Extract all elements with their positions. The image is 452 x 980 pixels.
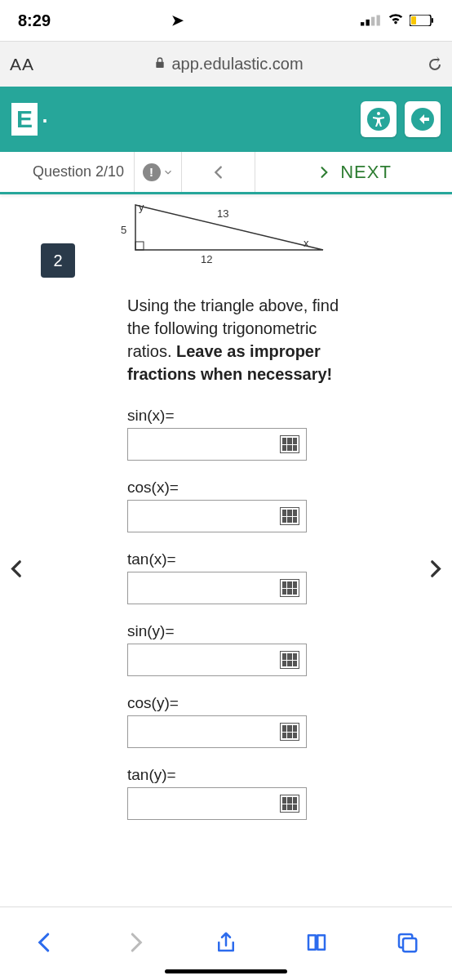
- reader-button[interactable]: AA: [10, 55, 34, 74]
- keypad-icon: [280, 507, 299, 525]
- keypad-icon: [280, 723, 299, 741]
- brand-logo: E ·: [11, 103, 49, 136]
- question-number-badge: 2: [41, 243, 75, 278]
- home-indicator[interactable]: [165, 969, 287, 973]
- status-bar: 8:29 ➤: [0, 0, 452, 41]
- side-5-label: 5: [121, 224, 126, 236]
- flag-dropdown[interactable]: !: [135, 152, 182, 192]
- angle-x-label: x: [304, 237, 309, 249]
- scroll-right-button[interactable]: [416, 546, 452, 595]
- back-button[interactable]: [405, 101, 441, 137]
- keypad-icon: [280, 651, 299, 669]
- next-label: NEXT: [340, 162, 392, 183]
- svg-rect-11: [403, 938, 416, 951]
- svg-rect-9: [135, 242, 144, 250]
- question-content: y 5 13 12 x 2 Using the triangle above, …: [0, 194, 452, 946]
- accessibility-button[interactable]: [361, 101, 397, 137]
- answer-group: sin(y)=: [127, 622, 419, 676]
- browser-forward-button: [123, 930, 148, 958]
- battery-icon: [410, 11, 434, 30]
- answer-label: sin(y)=: [127, 622, 419, 640]
- status-indicators: [361, 10, 434, 32]
- wifi-icon: [387, 10, 405, 32]
- answer-input-cosx[interactable]: [127, 500, 307, 532]
- answer-input-cosy[interactable]: [127, 715, 307, 748]
- answer-group: tan(x)=: [127, 550, 419, 604]
- angle-y-label: y: [139, 201, 144, 213]
- svg-rect-2: [371, 16, 374, 25]
- keypad-icon: [280, 795, 299, 813]
- browser-bookmarks-button[interactable]: [304, 930, 329, 958]
- location-arrow-icon: ➤: [171, 11, 184, 29]
- chevron-right-icon: [316, 164, 332, 180]
- answer-label: tan(x)=: [127, 550, 419, 568]
- side-13-label: 13: [217, 207, 228, 220]
- prev-question-button[interactable]: [182, 152, 255, 192]
- address-field[interactable]: app.edulastic.com: [44, 55, 413, 74]
- back-arrow-icon: [411, 108, 434, 131]
- next-question-button[interactable]: NEXT: [255, 152, 452, 192]
- answer-input-siny[interactable]: [127, 644, 307, 676]
- accessibility-icon: [367, 108, 390, 131]
- answer-input-tany[interactable]: [127, 787, 307, 820]
- keypad-icon: [280, 579, 299, 597]
- browser-url-bar: AA app.edulastic.com: [0, 41, 452, 87]
- exclamation-icon: !: [143, 163, 161, 181]
- chevron-down-icon: [162, 167, 174, 178]
- browser-tabs-button[interactable]: [395, 930, 419, 958]
- answer-label: cos(x)=: [127, 479, 419, 497]
- scroll-left-button[interactable]: [0, 546, 36, 595]
- svg-rect-0: [361, 22, 364, 25]
- status-time: 8:29: [18, 11, 51, 30]
- side-12-label: 12: [201, 253, 212, 265]
- answer-group: cos(x)=: [127, 479, 419, 532]
- svg-rect-5: [432, 18, 433, 23]
- answer-input-tanx[interactable]: [127, 572, 307, 604]
- address-text: app.edulastic.com: [171, 55, 303, 74]
- answer-group: tan(y)=: [127, 766, 419, 820]
- question-counter: Question 2/10: [0, 152, 135, 192]
- browser-back-button[interactable]: [33, 930, 57, 958]
- answer-label: tan(y)=: [127, 766, 419, 784]
- svg-marker-8: [135, 205, 323, 250]
- answers-list: sin(x)= cos(x)= tan(x)= sin(y)= cos(y)=: [127, 407, 419, 820]
- answer-group: cos(y)=: [127, 694, 419, 748]
- signal-icon: [361, 11, 382, 30]
- triangle-figure: y 5 13 12 x: [127, 201, 339, 266]
- reload-button[interactable]: [423, 53, 442, 76]
- svg-rect-6: [411, 16, 416, 24]
- svg-rect-3: [377, 15, 380, 25]
- chevron-left-icon: [210, 163, 228, 181]
- lock-icon: [153, 55, 166, 74]
- keypad-icon: [280, 435, 299, 453]
- browser-share-button[interactable]: [214, 930, 238, 958]
- answer-group: sin(x)=: [127, 407, 419, 461]
- svg-point-7: [377, 112, 380, 115]
- answer-input-sinx[interactable]: [127, 428, 307, 461]
- question-nav: Question 2/10 ! NEXT: [0, 152, 452, 194]
- svg-rect-1: [366, 19, 370, 25]
- answer-label: cos(y)=: [127, 694, 419, 712]
- app-header: E ·: [0, 87, 452, 152]
- answer-label: sin(x)=: [127, 407, 419, 425]
- question-prompt: Using the triangle above, find the follo…: [127, 294, 356, 385]
